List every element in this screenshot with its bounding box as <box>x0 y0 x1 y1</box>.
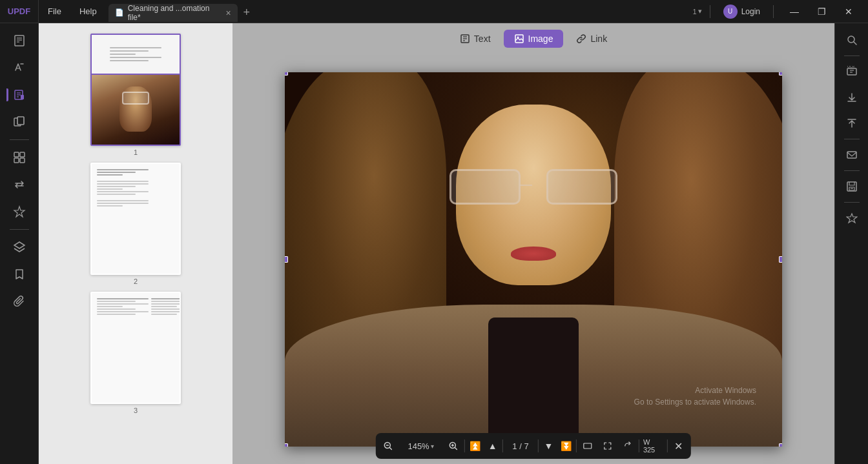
tab-bar: 📄 Cleaning and ...omation file* × + <box>106 0 693 23</box>
thumb-col-left <box>97 298 149 398</box>
zoom-out-button[interactable] <box>378 436 398 456</box>
active-tab[interactable]: 📄 Cleaning and ...omation file* × <box>108 4 238 22</box>
login-button[interactable]: U Login <box>718 2 765 21</box>
thumb-photo-1 <box>92 74 180 145</box>
thumb-col-right <box>151 298 181 398</box>
pages-icon[interactable] <box>5 110 34 134</box>
convert-icon[interactable] <box>5 172 34 197</box>
ocr-icon[interactable]: OCR <box>839 60 865 83</box>
tab-close-button[interactable]: × <box>226 8 231 18</box>
thumb-frame-3 <box>90 292 181 404</box>
layers-icon[interactable] <box>5 235 34 259</box>
thumb-line <box>97 188 123 190</box>
minimize-button[interactable]: — <box>781 0 807 23</box>
svg-rect-12 <box>17 117 24 125</box>
right-divider4 <box>844 202 860 203</box>
maximize-button[interactable]: ❐ <box>809 0 834 23</box>
pdf-page[interactable]: Activate Windows Go to Settings to activ… <box>285 72 782 447</box>
thumb-line <box>97 301 136 302</box>
search-right-icon[interactable] <box>839 28 865 52</box>
selection-handle-tr[interactable] <box>779 72 782 76</box>
thumb-frame-1 <box>90 34 181 146</box>
actual-size-button[interactable] <box>597 436 617 456</box>
toolbar-separator4 <box>576 439 577 452</box>
svg-rect-35 <box>847 68 856 75</box>
thumbnail-panel: 1 <box>39 23 232 464</box>
thumb-line <box>110 54 136 55</box>
organize-icon[interactable] <box>5 145 34 170</box>
link-tab[interactable]: Link <box>566 30 617 48</box>
file-menu[interactable]: File <box>39 0 70 23</box>
next-page-button[interactable]: ▼ <box>540 436 557 456</box>
svg-line-34 <box>854 42 856 45</box>
email-icon[interactable] <box>839 143 865 166</box>
bookmark-icon[interactable] <box>5 262 34 287</box>
selection-handle-mr[interactable] <box>779 256 782 263</box>
last-page-button[interactable]: ⏬ <box>557 436 575 456</box>
thumb-line <box>97 191 149 192</box>
thumb-line <box>110 47 161 48</box>
annotate-icon[interactable] <box>5 83 34 107</box>
save-icon[interactable] <box>839 175 865 198</box>
ai2-icon[interactable] <box>839 207 865 230</box>
document-icon[interactable] <box>5 28 34 53</box>
first-page-button[interactable]: ⏫ <box>466 436 484 456</box>
thumb-text-page-2 <box>92 164 180 274</box>
toolbar-separator <box>464 439 465 452</box>
fit-width-button[interactable] <box>578 436 598 456</box>
svg-rect-32 <box>584 443 592 449</box>
rotate-button[interactable] <box>617 436 637 456</box>
svg-rect-41 <box>847 152 856 158</box>
selection-handle-bl[interactable] <box>285 443 288 447</box>
zoom-in-button[interactable] <box>444 436 464 456</box>
bottom-toolbar: 145% ▾ ⏫ ▲ 1 / 7 <box>376 433 691 459</box>
app-logo: UPDF <box>0 0 39 23</box>
toolbar-separator6 <box>666 439 667 452</box>
thumb-page-num-2: 2 <box>134 277 138 285</box>
edit-text-icon[interactable] <box>5 55 34 80</box>
selection-handle-br[interactable] <box>779 443 782 447</box>
thumb-line <box>151 311 181 312</box>
thumbnail-page-3[interactable]: 3 <box>90 292 181 414</box>
close-toolbar-button[interactable]: ✕ <box>668 436 688 456</box>
thumb-line <box>151 298 181 299</box>
right-sidebar: OCR <box>834 23 868 464</box>
separator <box>710 5 710 18</box>
zoom-dropdown[interactable]: ▾ <box>431 443 434 450</box>
toolbar-separator3 <box>538 439 539 452</box>
thumb-line <box>151 303 181 305</box>
svg-rect-16 <box>14 158 19 163</box>
attachment-icon[interactable] <box>5 289 34 314</box>
svg-rect-17 <box>20 158 25 163</box>
thumb-page-num-3: 3 <box>134 407 138 414</box>
selection-handle-tl[interactable] <box>285 72 288 76</box>
top-toolbar: Text Image Link <box>232 23 834 54</box>
version-badge[interactable]: 1 ▾ <box>693 7 702 15</box>
close-button[interactable]: ✕ <box>836 0 862 23</box>
thumb-line <box>97 194 136 195</box>
help-menu[interactable]: Help <box>70 0 106 23</box>
text-tab[interactable]: Text <box>450 30 501 48</box>
ai-icon[interactable] <box>5 199 34 224</box>
thumbnail-page-1[interactable]: 1 <box>90 34 181 156</box>
extract-icon[interactable] <box>839 86 865 109</box>
svg-rect-42 <box>847 182 856 191</box>
selection-handle-ml[interactable] <box>285 256 288 263</box>
new-tab-button[interactable]: + <box>238 4 256 22</box>
thumb-line <box>97 308 136 310</box>
thumb-line <box>110 57 161 58</box>
prev-page-button[interactable]: ▲ <box>484 436 501 456</box>
export-icon[interactable] <box>839 112 865 135</box>
toolbar-separator5 <box>639 439 639 452</box>
svg-line-31 <box>455 448 457 450</box>
thumb-line <box>97 303 149 305</box>
svg-line-27 <box>390 448 392 450</box>
image-tab[interactable]: Image <box>504 30 564 48</box>
user-avatar: U <box>723 5 738 19</box>
thumb-page-num-1: 1 <box>134 148 138 156</box>
svg-rect-14 <box>14 152 19 157</box>
thumbnail-page-2[interactable]: 2 <box>90 163 181 285</box>
thumb-frame-2 <box>90 163 181 275</box>
thumb-line <box>97 172 136 173</box>
watermark: Activate Windows Go to Settings to activ… <box>634 385 756 408</box>
